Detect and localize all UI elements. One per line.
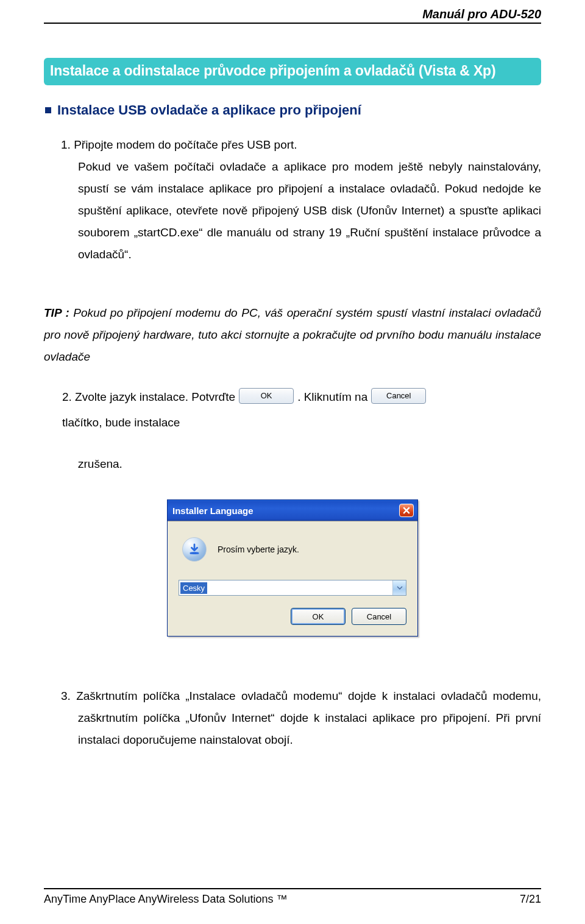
document-header: Manuál pro ADU-520 <box>44 7 541 24</box>
tip-paragraph: TIP : Pokud po připojení modemu do PC, v… <box>44 302 541 368</box>
installer-language-dialog: Installer Language Prosím vyberte jazyk.… <box>167 499 418 637</box>
step-2-continued: zrušena. <box>44 453 541 475</box>
cancel-button-inline[interactable]: Cancel <box>371 388 426 404</box>
step-1-paragraph: Pokud ve vašem počítači ovladače a aplik… <box>78 160 541 261</box>
language-select-value: Cesky <box>179 580 392 595</box>
step-3-number: 3. <box>61 689 71 702</box>
dialog-prompt: Prosím vyberte jazyk. <box>218 545 299 554</box>
section-banner: Instalace a odinstalace průvodce připoje… <box>44 58 541 85</box>
step-2-prefix: 2. Zvolte jazyk instalace. Potvrďte <box>62 386 235 408</box>
section-subhead: Instalace USB ovladače a aplikace pro př… <box>44 102 541 118</box>
ok-button-inline[interactable]: OK <box>239 388 294 404</box>
chevron-down-icon <box>397 586 403 590</box>
close-icon <box>403 507 410 514</box>
dialog-title: Installer Language <box>172 506 254 516</box>
dialog-body: Prosím vyberte jazyk. Cesky OK Cancel <box>168 521 417 636</box>
step-1-line: Připojte modem do počítače přes USB port… <box>74 138 297 151</box>
step-3-text: Zaškrtnutím políčka „Instalace ovladačů … <box>76 689 541 746</box>
dialog-titlebar: Installer Language <box>168 500 417 521</box>
square-bullet-icon <box>45 107 51 113</box>
page-footer: AnyTime AnyPlace AnyWireless Data Soluti… <box>44 888 541 906</box>
step-1-number: 1. <box>61 138 71 151</box>
step-2-mid: . Kliknutím na <box>297 386 367 408</box>
language-selected-text: Cesky <box>180 582 207 594</box>
cancel-button[interactable]: Cancel <box>352 608 406 625</box>
footer-page-number: 7/21 <box>520 893 541 906</box>
step-2: 2. Zvolte jazyk instalace. Potvrďte OK .… <box>44 386 541 434</box>
ok-button[interactable]: OK <box>291 608 346 625</box>
subhead-text: Instalace USB ovladače a aplikace pro př… <box>57 102 361 118</box>
globe-download-icon <box>182 537 207 562</box>
step-3: 3. Zaškrtnutím políčka „Instalace ovlada… <box>44 685 541 751</box>
language-select[interactable]: Cesky <box>179 580 406 596</box>
tip-text: Pokud po připojení modemu do PC, váš ope… <box>44 306 541 363</box>
tip-label: TIP : <box>44 306 69 319</box>
step-1: 1. Připojte modem do počítače přes USB p… <box>44 134 541 266</box>
footer-left: AnyTime AnyPlace AnyWireless Data Soluti… <box>44 893 288 906</box>
step-2-suffix: tlačítko, bude instalace <box>62 412 180 434</box>
close-button[interactable] <box>399 504 414 517</box>
dropdown-arrow-button[interactable] <box>392 580 406 595</box>
